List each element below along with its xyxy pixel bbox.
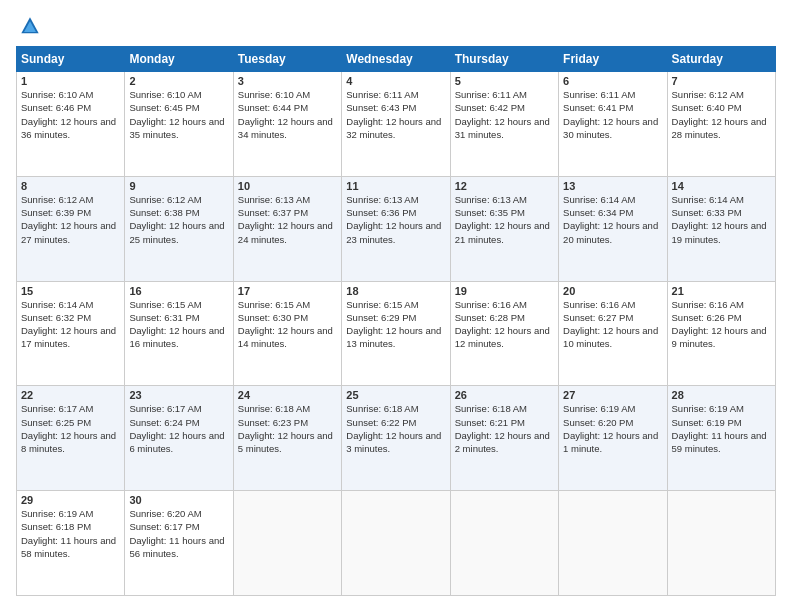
daylight-label: Daylight: 12 hours and 14 minutes.	[238, 325, 333, 349]
daylight-label: Daylight: 12 hours and 24 minutes.	[238, 220, 333, 244]
calendar-day-cell: 26 Sunrise: 6:18 AM Sunset: 6:21 PM Dayl…	[450, 386, 558, 491]
calendar-day-cell	[450, 491, 558, 596]
sunrise-label: Sunrise: 6:12 AM	[129, 194, 201, 205]
calendar-day-cell: 14 Sunrise: 6:14 AM Sunset: 6:33 PM Dayl…	[667, 176, 775, 281]
day-number: 7	[672, 75, 771, 87]
sunrise-label: Sunrise: 6:17 AM	[129, 403, 201, 414]
daylight-label: Daylight: 12 hours and 20 minutes.	[563, 220, 658, 244]
daylight-label: Daylight: 12 hours and 34 minutes.	[238, 116, 333, 140]
sunrise-label: Sunrise: 6:12 AM	[672, 89, 744, 100]
calendar-week-row: 8 Sunrise: 6:12 AM Sunset: 6:39 PM Dayli…	[17, 176, 776, 281]
day-info: Sunrise: 6:18 AM Sunset: 6:23 PM Dayligh…	[238, 402, 337, 455]
day-info: Sunrise: 6:15 AM Sunset: 6:29 PM Dayligh…	[346, 298, 445, 351]
sunset-label: Sunset: 6:17 PM	[129, 521, 199, 532]
header	[16, 16, 776, 36]
sunrise-label: Sunrise: 6:10 AM	[21, 89, 93, 100]
day-info: Sunrise: 6:19 AM Sunset: 6:18 PM Dayligh…	[21, 507, 120, 560]
sunrise-label: Sunrise: 6:13 AM	[455, 194, 527, 205]
daylight-label: Daylight: 12 hours and 8 minutes.	[21, 430, 116, 454]
daylight-label: Daylight: 12 hours and 36 minutes.	[21, 116, 116, 140]
calendar-day-cell: 15 Sunrise: 6:14 AM Sunset: 6:32 PM Dayl…	[17, 281, 125, 386]
sunset-label: Sunset: 6:22 PM	[346, 417, 416, 428]
calendar-week-row: 22 Sunrise: 6:17 AM Sunset: 6:25 PM Dayl…	[17, 386, 776, 491]
calendar-day-header: Saturday	[667, 47, 775, 72]
daylight-label: Daylight: 12 hours and 9 minutes.	[672, 325, 767, 349]
day-number: 22	[21, 389, 120, 401]
sunrise-label: Sunrise: 6:19 AM	[563, 403, 635, 414]
page: SundayMondayTuesdayWednesdayThursdayFrid…	[0, 0, 792, 612]
sunset-label: Sunset: 6:26 PM	[672, 312, 742, 323]
calendar-header-row: SundayMondayTuesdayWednesdayThursdayFrid…	[17, 47, 776, 72]
sunset-label: Sunset: 6:43 PM	[346, 102, 416, 113]
day-number: 5	[455, 75, 554, 87]
day-number: 26	[455, 389, 554, 401]
sunrise-label: Sunrise: 6:11 AM	[563, 89, 635, 100]
day-info: Sunrise: 6:12 AM Sunset: 6:38 PM Dayligh…	[129, 193, 228, 246]
daylight-label: Daylight: 12 hours and 16 minutes.	[129, 325, 224, 349]
day-info: Sunrise: 6:16 AM Sunset: 6:26 PM Dayligh…	[672, 298, 771, 351]
daylight-label: Daylight: 12 hours and 2 minutes.	[455, 430, 550, 454]
sunrise-label: Sunrise: 6:15 AM	[346, 299, 418, 310]
day-number: 24	[238, 389, 337, 401]
day-number: 20	[563, 285, 662, 297]
sunrise-label: Sunrise: 6:14 AM	[672, 194, 744, 205]
day-number: 2	[129, 75, 228, 87]
calendar-day-cell: 11 Sunrise: 6:13 AM Sunset: 6:36 PM Dayl…	[342, 176, 450, 281]
calendar-day-cell: 8 Sunrise: 6:12 AM Sunset: 6:39 PM Dayli…	[17, 176, 125, 281]
sunset-label: Sunset: 6:20 PM	[563, 417, 633, 428]
sunrise-label: Sunrise: 6:13 AM	[346, 194, 418, 205]
day-info: Sunrise: 6:15 AM Sunset: 6:30 PM Dayligh…	[238, 298, 337, 351]
calendar-day-cell: 2 Sunrise: 6:10 AM Sunset: 6:45 PM Dayli…	[125, 72, 233, 177]
sunrise-label: Sunrise: 6:16 AM	[563, 299, 635, 310]
day-number: 13	[563, 180, 662, 192]
calendar-day-cell: 27 Sunrise: 6:19 AM Sunset: 6:20 PM Dayl…	[559, 386, 667, 491]
calendar-day-header: Friday	[559, 47, 667, 72]
day-number: 4	[346, 75, 445, 87]
day-info: Sunrise: 6:20 AM Sunset: 6:17 PM Dayligh…	[129, 507, 228, 560]
calendar-day-cell: 30 Sunrise: 6:20 AM Sunset: 6:17 PM Dayl…	[125, 491, 233, 596]
sunrise-label: Sunrise: 6:20 AM	[129, 508, 201, 519]
sunset-label: Sunset: 6:21 PM	[455, 417, 525, 428]
calendar-day-cell: 16 Sunrise: 6:15 AM Sunset: 6:31 PM Dayl…	[125, 281, 233, 386]
calendar-day-cell: 17 Sunrise: 6:15 AM Sunset: 6:30 PM Dayl…	[233, 281, 341, 386]
sunset-label: Sunset: 6:42 PM	[455, 102, 525, 113]
sunset-label: Sunset: 6:41 PM	[563, 102, 633, 113]
sunrise-label: Sunrise: 6:15 AM	[238, 299, 310, 310]
daylight-label: Daylight: 11 hours and 58 minutes.	[21, 535, 116, 559]
sunset-label: Sunset: 6:38 PM	[129, 207, 199, 218]
calendar-day-cell: 28 Sunrise: 6:19 AM Sunset: 6:19 PM Dayl…	[667, 386, 775, 491]
daylight-label: Daylight: 11 hours and 59 minutes.	[672, 430, 767, 454]
sunrise-label: Sunrise: 6:14 AM	[563, 194, 635, 205]
sunset-label: Sunset: 6:32 PM	[21, 312, 91, 323]
daylight-label: Daylight: 12 hours and 5 minutes.	[238, 430, 333, 454]
day-info: Sunrise: 6:16 AM Sunset: 6:28 PM Dayligh…	[455, 298, 554, 351]
daylight-label: Daylight: 12 hours and 19 minutes.	[672, 220, 767, 244]
day-number: 30	[129, 494, 228, 506]
day-info: Sunrise: 6:18 AM Sunset: 6:21 PM Dayligh…	[455, 402, 554, 455]
sunset-label: Sunset: 6:19 PM	[672, 417, 742, 428]
day-number: 14	[672, 180, 771, 192]
calendar-day-cell: 6 Sunrise: 6:11 AM Sunset: 6:41 PM Dayli…	[559, 72, 667, 177]
calendar-week-row: 29 Sunrise: 6:19 AM Sunset: 6:18 PM Dayl…	[17, 491, 776, 596]
day-info: Sunrise: 6:19 AM Sunset: 6:20 PM Dayligh…	[563, 402, 662, 455]
daylight-label: Daylight: 12 hours and 12 minutes.	[455, 325, 550, 349]
calendar-day-cell	[342, 491, 450, 596]
calendar-day-cell: 3 Sunrise: 6:10 AM Sunset: 6:44 PM Dayli…	[233, 72, 341, 177]
day-info: Sunrise: 6:11 AM Sunset: 6:42 PM Dayligh…	[455, 88, 554, 141]
day-info: Sunrise: 6:14 AM Sunset: 6:32 PM Dayligh…	[21, 298, 120, 351]
daylight-label: Daylight: 11 hours and 56 minutes.	[129, 535, 224, 559]
sunrise-label: Sunrise: 6:17 AM	[21, 403, 93, 414]
sunrise-label: Sunrise: 6:12 AM	[21, 194, 93, 205]
sunset-label: Sunset: 6:45 PM	[129, 102, 199, 113]
sunset-label: Sunset: 6:34 PM	[563, 207, 633, 218]
day-info: Sunrise: 6:11 AM Sunset: 6:41 PM Dayligh…	[563, 88, 662, 141]
day-number: 3	[238, 75, 337, 87]
day-number: 17	[238, 285, 337, 297]
sunrise-label: Sunrise: 6:13 AM	[238, 194, 310, 205]
daylight-label: Daylight: 12 hours and 31 minutes.	[455, 116, 550, 140]
day-info: Sunrise: 6:13 AM Sunset: 6:35 PM Dayligh…	[455, 193, 554, 246]
sunrise-label: Sunrise: 6:11 AM	[346, 89, 418, 100]
sunset-label: Sunset: 6:29 PM	[346, 312, 416, 323]
day-number: 11	[346, 180, 445, 192]
day-number: 18	[346, 285, 445, 297]
